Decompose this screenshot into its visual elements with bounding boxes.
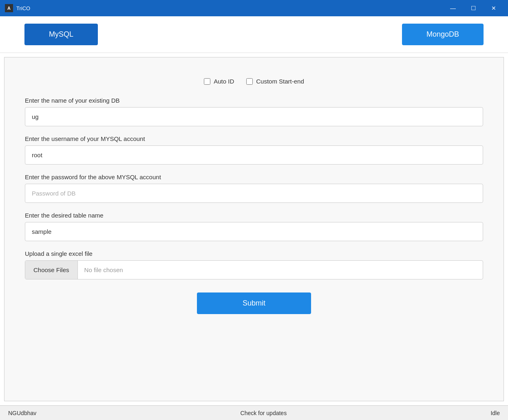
app-title: TriCO [16, 5, 30, 11]
app-icon: A [5, 4, 13, 12]
db-name-group: Enter the name of your existing DB [25, 97, 483, 126]
auto-id-label[interactable]: Auto ID [204, 78, 234, 85]
table-name-input[interactable] [25, 222, 483, 241]
statusbar-right: Idle [490, 410, 500, 416]
custom-startend-label[interactable]: Custom Start-end [246, 78, 304, 85]
titlebar: A TriCO — ☐ ✕ [0, 0, 508, 16]
mongodb-button[interactable]: MongoDB [402, 24, 484, 45]
checkbox-row: Auto ID Custom Start-end [25, 78, 483, 85]
statusbar-left: NGUdbhav [8, 410, 36, 416]
username-label: Enter the username of your MYSQL account [25, 135, 483, 142]
auto-id-checkbox[interactable] [204, 78, 210, 85]
password-group: Enter the password for the above MYSQL a… [25, 174, 483, 203]
statusbar: NGUdbhav Check for updates Idle [0, 405, 508, 420]
file-name-display: No file chosen [78, 261, 483, 279]
auto-id-text: Auto ID [214, 78, 234, 85]
main-content: MySQL MongoDB Auto ID Custom Start-end E… [0, 16, 508, 405]
mysql-button[interactable]: MySQL [24, 24, 98, 45]
statusbar-center[interactable]: Check for updates [241, 410, 287, 416]
submit-row: Submit [25, 292, 483, 314]
close-button[interactable]: ✕ [484, 2, 503, 14]
titlebar-left: A TriCO [5, 4, 30, 12]
custom-startend-checkbox[interactable] [246, 78, 253, 85]
password-label: Enter the password for the above MYSQL a… [25, 174, 483, 180]
upload-label: Upload a single excel file [25, 250, 483, 257]
choose-files-button[interactable]: Choose Files [25, 261, 78, 279]
table-name-label: Enter the desired table name [25, 212, 483, 219]
username-input[interactable] [25, 145, 483, 165]
password-input[interactable] [25, 184, 483, 203]
username-group: Enter the username of your MYSQL account [25, 135, 483, 165]
top-bar: MySQL MongoDB [0, 16, 508, 53]
window-controls: — ☐ ✕ [444, 2, 503, 14]
custom-startend-text: Custom Start-end [256, 78, 304, 85]
form-container: Auto ID Custom Start-end Enter the name … [4, 57, 504, 401]
db-name-label: Enter the name of your existing DB [25, 97, 483, 104]
minimize-button[interactable]: — [444, 2, 462, 14]
submit-button[interactable]: Submit [197, 292, 311, 314]
file-upload-group: Upload a single excel file Choose Files … [25, 250, 483, 279]
table-name-group: Enter the desired table name [25, 212, 483, 241]
file-input-wrapper: Choose Files No file chosen [25, 260, 483, 279]
db-name-input[interactable] [25, 107, 483, 126]
maximize-button[interactable]: ☐ [464, 2, 483, 14]
